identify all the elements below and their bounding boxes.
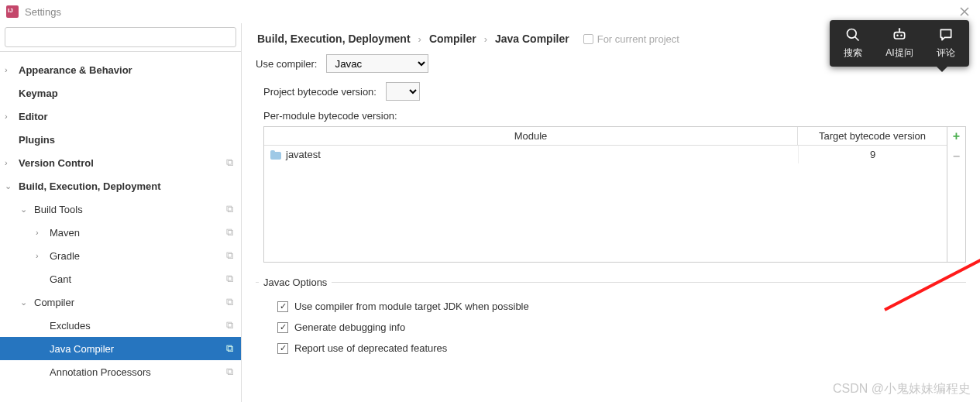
checkbox[interactable]: ✓ xyxy=(277,301,288,312)
chevron-icon: › xyxy=(5,158,17,167)
project-scope-icon: ⧉ xyxy=(226,249,233,262)
chevron-icon: › xyxy=(5,112,17,121)
tree-item-build-execution-deployment[interactable]: ⌄Build, Execution, Deployment xyxy=(0,174,241,198)
tree-item-label: Java Compiler xyxy=(50,343,226,355)
tree-item-build-tools[interactable]: ⌄Build Tools⧉ xyxy=(0,198,241,221)
tree-item-label: Excludes xyxy=(50,320,226,332)
settings-tree: ›Appearance & BehaviorKeymap›EditorPlugi… xyxy=(0,52,241,402)
project-scope-icon xyxy=(583,34,593,44)
add-module-button[interactable]: + xyxy=(951,130,963,143)
chevron-icon: › xyxy=(5,65,17,74)
chevron-right-icon: › xyxy=(484,33,487,45)
javac-options-legend: Javac Options xyxy=(259,277,332,288)
table-row[interactable]: javatest9 xyxy=(264,146,947,163)
chevron-icon: › xyxy=(36,251,48,260)
tree-item-label: Editor xyxy=(19,111,233,122)
tree-item-keymap[interactable]: Keymap xyxy=(0,81,241,105)
project-scope-icon: ⧉ xyxy=(226,319,233,332)
project-scope-icon: ⧉ xyxy=(226,342,233,355)
search-input[interactable] xyxy=(5,27,236,47)
table-header-module[interactable]: Module xyxy=(264,127,798,145)
tree-item-appearance-behavior[interactable]: ›Appearance & Behavior xyxy=(0,58,241,81)
checkbox[interactable]: ✓ xyxy=(277,343,288,354)
svg-point-7 xyxy=(900,35,903,37)
overlay-toolbar: 搜索 AI提问 评论 xyxy=(830,20,969,67)
project-scope-icon: ⧉ xyxy=(226,156,233,169)
window-title: Settings xyxy=(25,6,61,18)
svg-point-3 xyxy=(848,29,857,39)
project-scope-icon: ⧉ xyxy=(226,273,233,285)
svg-line-4 xyxy=(855,37,859,41)
comment-icon xyxy=(938,27,954,43)
overlay-search-button[interactable]: 搜索 xyxy=(830,20,876,67)
project-bytecode-label: Project bytecode version: xyxy=(263,86,377,98)
table-cell-module: javatest xyxy=(264,146,798,163)
project-scope-icon: ⧉ xyxy=(226,366,233,378)
checkbox-label: Generate debugging info xyxy=(294,321,405,333)
tree-item-plugins[interactable]: Plugins xyxy=(0,128,241,151)
tree-item-java-compiler[interactable]: Java Compiler⧉ xyxy=(0,337,241,360)
tree-item-label: Gradle xyxy=(50,250,226,262)
tree-item-label: Version Control xyxy=(19,157,226,169)
tree-item-excludes[interactable]: Excludes⧉ xyxy=(0,314,241,337)
remove-module-button[interactable]: − xyxy=(951,150,963,163)
tree-item-label: Build, Execution, Deployment xyxy=(19,180,233,192)
per-module-table: Module Target bytecode version javatest9 xyxy=(263,126,947,263)
tree-item-compiler[interactable]: ⌄Compiler⧉ xyxy=(0,290,241,314)
close-icon[interactable] xyxy=(955,2,974,21)
checkbox-label: Use compiler from module target JDK when… xyxy=(294,301,529,312)
search-icon xyxy=(845,27,861,43)
chevron-icon: › xyxy=(36,228,48,237)
tree-item-gradle[interactable]: ›Gradle⧉ xyxy=(0,244,241,267)
chevron-icon: ⌄ xyxy=(5,181,17,191)
folder-icon xyxy=(270,150,281,160)
checkbox[interactable]: ✓ xyxy=(277,322,288,333)
chevron-icon: ⌄ xyxy=(20,297,33,308)
chevron-icon: ⌄ xyxy=(20,204,33,215)
tree-item-label: Build Tools xyxy=(34,204,226,215)
per-module-label: Per-module bytecode version: xyxy=(256,110,966,122)
chevron-right-icon: › xyxy=(418,33,421,45)
tree-item-label: Maven xyxy=(50,227,226,239)
tree-item-label: Appearance & Behavior xyxy=(19,64,233,76)
robot-icon xyxy=(892,27,907,43)
table-cell-version[interactable]: 9 xyxy=(798,146,947,163)
tree-item-gant[interactable]: Gant⧉ xyxy=(0,267,241,290)
tree-item-version-control[interactable]: ›Version Control⧉ xyxy=(0,151,241,174)
project-scope-icon: ⧉ xyxy=(226,226,233,239)
javac-option-row: ✓Report use of deprecated features xyxy=(259,338,958,359)
project-scope-icon: ⧉ xyxy=(226,296,233,308)
project-bytecode-select[interactable] xyxy=(386,82,420,101)
project-scope-icon: ⧉ xyxy=(226,203,233,215)
tree-item-label: Plugins xyxy=(19,134,233,146)
checkbox-label: Report use of deprecated features xyxy=(294,342,447,354)
svg-point-6 xyxy=(896,35,899,37)
content-area: Build, Execution, Deployment › Compiler … xyxy=(242,23,980,402)
overlay-comment-button[interactable]: 评论 xyxy=(923,20,969,67)
scope-indicator: For current project xyxy=(583,33,679,45)
breadcrumb-part[interactable]: Java Compiler xyxy=(495,33,569,45)
tree-item-editor[interactable]: ›Editor xyxy=(0,105,241,128)
use-compiler-label: Use compiler: xyxy=(256,58,317,70)
svg-rect-5 xyxy=(894,33,904,39)
javac-options-section: Javac Options ✓Use compiler from module … xyxy=(256,277,966,359)
overlay-ai-button[interactable]: AI提问 xyxy=(876,20,923,67)
app-icon xyxy=(6,5,19,18)
table-header-version[interactable]: Target bytecode version xyxy=(798,127,947,145)
tree-item-label: Compiler xyxy=(34,297,226,308)
javac-option-row: ✓Generate debugging info xyxy=(259,317,958,338)
breadcrumb-part[interactable]: Build, Execution, Deployment xyxy=(257,33,411,45)
svg-point-9 xyxy=(899,28,901,30)
tree-item-annotation-processors[interactable]: Annotation Processors⧉ xyxy=(0,360,241,383)
use-compiler-select[interactable]: Javac xyxy=(326,54,428,73)
tree-item-label: Annotation Processors xyxy=(50,366,226,378)
tree-item-label: Gant xyxy=(50,273,226,285)
javac-option-row: ✓Use compiler from module target JDK whe… xyxy=(259,296,958,317)
sidebar: ›Appearance & BehaviorKeymap›EditorPlugi… xyxy=(0,23,242,402)
tree-item-maven[interactable]: ›Maven⧉ xyxy=(0,221,241,244)
tree-item-label: Keymap xyxy=(19,88,233,99)
breadcrumb-part[interactable]: Compiler xyxy=(429,33,476,45)
